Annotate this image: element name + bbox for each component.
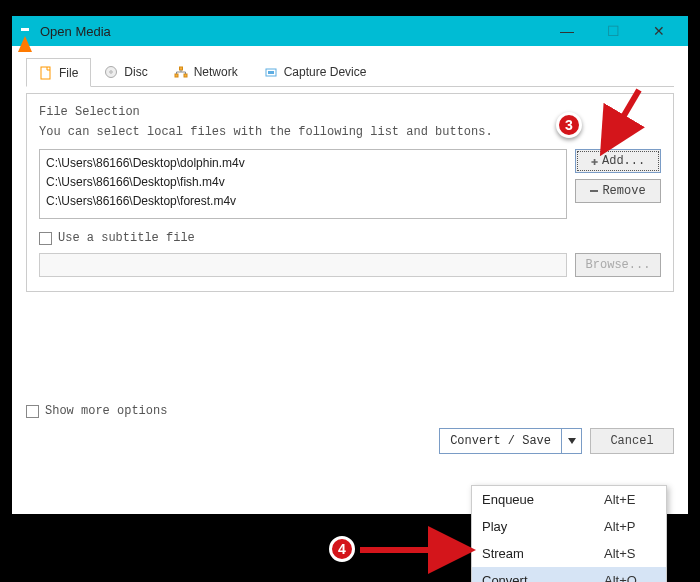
titlebar: Open Media — ☐ ✕ bbox=[12, 16, 688, 46]
svg-rect-4 bbox=[184, 74, 187, 77]
open-media-window: Open Media — ☐ ✕ File Disc Network bbox=[12, 16, 688, 514]
dropdown-arrow-icon[interactable] bbox=[561, 429, 581, 453]
svg-point-2 bbox=[110, 71, 112, 73]
tab-label: Disc bbox=[124, 65, 147, 79]
vlc-cone-icon bbox=[18, 22, 34, 40]
tab-label: File bbox=[59, 66, 78, 80]
file-list-item[interactable]: C:\Users\86166\Desktop\forest.m4v bbox=[46, 192, 560, 211]
file-list-item[interactable]: C:\Users\86166\Desktop\fish.m4v bbox=[46, 173, 560, 192]
file-list[interactable]: C:\Users\86166\Desktop\dolphin.m4v C:\Us… bbox=[39, 149, 567, 219]
tab-bar: File Disc Network Capture Device bbox=[26, 58, 674, 87]
subtitle-checkbox[interactable] bbox=[39, 232, 52, 245]
tab-network[interactable]: Network bbox=[161, 58, 251, 86]
file-selection-legend: File Selection bbox=[35, 105, 144, 119]
subtitle-checkbox-label: Use a subtitle file bbox=[58, 231, 195, 245]
menu-item-convert[interactable]: Convert Alt+O bbox=[472, 567, 666, 582]
cancel-button[interactable]: Cancel bbox=[590, 428, 674, 454]
svg-marker-8 bbox=[568, 438, 576, 444]
file-icon bbox=[39, 66, 53, 80]
add-button[interactable]: ✚Add... bbox=[575, 149, 661, 173]
plus-icon: ✚ bbox=[591, 154, 598, 169]
tab-label: Network bbox=[194, 65, 238, 79]
convert-save-button[interactable]: Convert / Save bbox=[439, 428, 582, 454]
subtitle-path-input bbox=[39, 253, 567, 277]
tab-capture-device[interactable]: Capture Device bbox=[251, 58, 380, 86]
show-more-options-checkbox[interactable] bbox=[26, 405, 39, 418]
window-title: Open Media bbox=[40, 24, 111, 39]
menu-item-play[interactable]: Play Alt+P bbox=[472, 513, 666, 540]
browse-button: Browse... bbox=[575, 253, 661, 277]
disc-icon bbox=[104, 65, 118, 79]
show-more-options-label: Show more options bbox=[45, 404, 167, 418]
menu-item-enqueue[interactable]: Enqueue Alt+E bbox=[472, 486, 666, 513]
tab-file[interactable]: File bbox=[26, 58, 91, 87]
svg-rect-5 bbox=[179, 67, 182, 70]
capture-icon bbox=[264, 65, 278, 79]
svg-rect-0 bbox=[41, 67, 50, 79]
tab-label: Capture Device bbox=[284, 65, 367, 79]
close-button[interactable]: ✕ bbox=[636, 16, 682, 46]
maximize-button[interactable]: ☐ bbox=[590, 16, 636, 46]
convert-save-menu: Enqueue Alt+E Play Alt+P Stream Alt+S Co… bbox=[471, 485, 667, 582]
annotation-badge-3: 3 bbox=[556, 112, 582, 138]
network-icon bbox=[174, 65, 188, 79]
file-list-item[interactable]: C:\Users\86166\Desktop\dolphin.m4v bbox=[46, 154, 560, 173]
remove-button[interactable]: Remove bbox=[575, 179, 661, 203]
svg-rect-3 bbox=[175, 74, 178, 77]
tab-disc[interactable]: Disc bbox=[91, 58, 160, 86]
svg-rect-7 bbox=[268, 71, 274, 74]
minus-icon bbox=[590, 190, 598, 192]
menu-item-stream[interactable]: Stream Alt+S bbox=[472, 540, 666, 567]
minimize-button[interactable]: — bbox=[544, 16, 590, 46]
annotation-badge-4: 4 bbox=[329, 536, 355, 562]
annotation-arrow-4 bbox=[360, 540, 480, 560]
